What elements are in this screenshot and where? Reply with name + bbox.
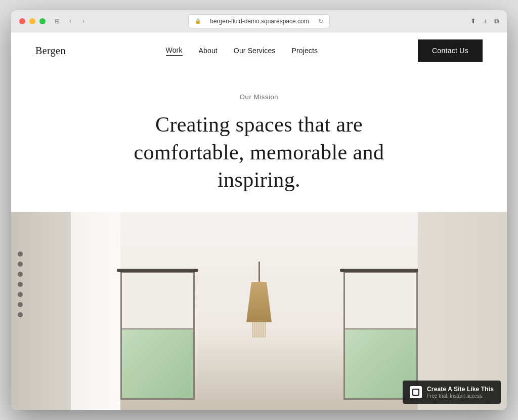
tab-overview-icon[interactable]: ⧉	[494, 17, 499, 25]
url-text: bergen-fluid-demo.squarespace.com	[204, 18, 315, 25]
fringe-strand	[261, 322, 262, 338]
hero-section: Our Mission Creating spaces that are com…	[11, 69, 507, 212]
site-navbar: Bergen Work About Our Services Projects …	[11, 32, 507, 69]
squarespace-text: Create A Site Like This Free trial. Inst…	[427, 386, 494, 399]
curtain-ring	[18, 292, 23, 297]
fringe-strand	[265, 322, 266, 338]
nav-link-projects[interactable]: Projects	[291, 47, 318, 55]
fringe-strand	[254, 322, 255, 338]
titlebar-icons: ⊞ ‹ ›	[54, 18, 87, 25]
mac-window: ⊞ ‹ › 🔒 bergen-fluid-demo.squarespace.co…	[11, 10, 507, 410]
squarespace-logo-inner	[412, 389, 419, 396]
window-shade-right	[345, 273, 416, 329]
window-rod-right	[340, 269, 421, 272]
traffic-lights	[19, 18, 46, 24]
curtain-ring	[18, 272, 23, 277]
curtain-ring	[18, 262, 23, 267]
contact-us-button[interactable]: Contact Us	[418, 39, 483, 62]
site-nav: Work About Our Services Projects	[166, 46, 318, 56]
hanging-decoration	[246, 262, 272, 338]
close-button[interactable]	[19, 18, 25, 24]
fringe-strand	[258, 322, 260, 338]
fringe-strand	[256, 322, 257, 338]
curtain-rings	[18, 251, 23, 317]
room-image-section: Create A Site Like This Free trial. Inst…	[11, 212, 507, 410]
squarespace-badge[interactable]: Create A Site Like This Free trial. Inst…	[403, 381, 501, 404]
back-icon[interactable]: ‹	[67, 18, 74, 25]
squarespace-logo	[410, 386, 422, 398]
curtain-ring	[18, 282, 23, 287]
maximize-button[interactable]	[39, 18, 46, 24]
titlebar-actions: ⬆ + ⧉	[470, 17, 499, 25]
hanging-rod	[258, 262, 260, 282]
window-rod-left	[117, 269, 198, 272]
hero-title: Creating spaces that are comfortable, me…	[133, 111, 385, 194]
new-tab-icon[interactable]: +	[483, 17, 487, 25]
nav-link-work[interactable]: Work	[166, 46, 183, 56]
minimize-button[interactable]	[29, 18, 35, 24]
white-curtain-left	[71, 212, 120, 410]
refresh-icon[interactable]: ↻	[318, 18, 323, 25]
site-logo[interactable]: Bergen	[35, 45, 66, 57]
share-icon[interactable]: ⬆	[470, 17, 476, 25]
url-bar[interactable]: 🔒 bergen-fluid-demo.squarespace.com ↻	[188, 14, 330, 28]
squarespace-badge-title: Create A Site Like This	[427, 386, 494, 393]
fringe-strand	[252, 322, 253, 338]
forward-icon[interactable]: ›	[80, 18, 87, 25]
hero-label: Our Mission	[31, 93, 487, 101]
curtain-ring	[18, 312, 23, 317]
titlebar: ⊞ ‹ › 🔒 bergen-fluid-demo.squarespace.co…	[11, 10, 507, 32]
squarespace-badge-subtitle: Free trial. Instant access.	[427, 393, 494, 399]
browser-content: Bergen Work About Our Services Projects …	[11, 32, 507, 410]
curtain-ring	[18, 251, 23, 257]
window-left	[120, 271, 195, 400]
hanging-body	[246, 282, 272, 322]
nav-link-services[interactable]: Our Services	[234, 47, 276, 55]
curtain-ring	[18, 302, 23, 307]
lock-icon: 🔒	[195, 18, 201, 24]
fringe-strand	[263, 322, 264, 338]
hanging-fringe	[252, 322, 266, 338]
room-image: Create A Site Like This Free trial. Inst…	[11, 212, 507, 410]
nav-link-about[interactable]: About	[199, 47, 218, 55]
window-shade-left	[122, 273, 193, 329]
window-icon[interactable]: ⊞	[54, 18, 61, 25]
